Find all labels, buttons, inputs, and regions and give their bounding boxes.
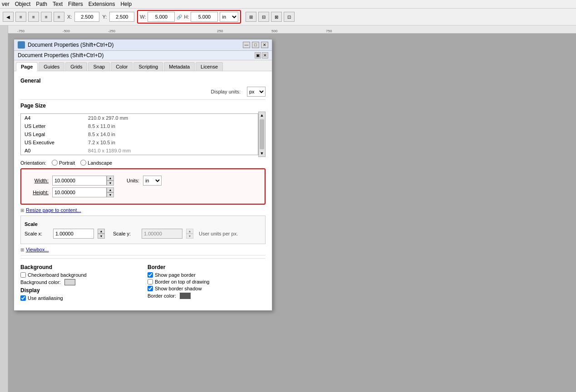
show-border-shadow-checkbox[interactable] xyxy=(148,286,153,291)
tab-scripting[interactable]: Scripting xyxy=(133,62,163,71)
tab-page[interactable]: Page xyxy=(16,62,38,71)
portrait-radio[interactable] xyxy=(52,160,58,166)
bg-section-label: Background xyxy=(20,264,138,270)
tool-btn-2[interactable]: ≡ xyxy=(15,12,26,22)
scroll-thumb xyxy=(260,119,264,149)
viewbox-label[interactable]: Viewbox... xyxy=(26,247,49,252)
page-size-uslegal[interactable]: US Legal 8.5 x 14.0 in xyxy=(21,130,258,138)
page-size-list[interactable]: A4 210.0 x 297.0 mm US Letter 8.5 x 11.0… xyxy=(20,113,258,155)
show-page-border-row[interactable]: Show page border xyxy=(148,272,266,278)
scale-x-up[interactable]: ▲ xyxy=(98,229,105,234)
align-btn-2[interactable]: ⊟ xyxy=(258,12,269,22)
units-select[interactable]: in px mm cm xyxy=(143,176,162,186)
w-input[interactable] xyxy=(148,12,175,22)
menu-help[interactable]: Help xyxy=(120,1,132,7)
scale-label: Scale xyxy=(25,221,261,227)
tool-btn-3[interactable]: ≡ xyxy=(28,12,39,22)
tool-btn-1[interactable]: ◀ xyxy=(3,12,14,22)
h-input[interactable] xyxy=(191,12,218,22)
dialog-restore[interactable]: □ xyxy=(252,42,259,48)
menu-filters[interactable]: Filters xyxy=(68,1,83,7)
width-spin-up[interactable]: ▲ xyxy=(107,176,114,181)
viewbox-row[interactable]: ⊞ Viewbox... xyxy=(20,247,266,252)
height-spin-up[interactable]: ▲ xyxy=(107,187,114,192)
page-size-a4[interactable]: A4 210.0 x 297.0 mm xyxy=(21,114,258,122)
width-input[interactable] xyxy=(52,176,107,186)
tab-guides[interactable]: Guides xyxy=(39,62,64,71)
page-size-usletter[interactable]: US Letter 8.5 x 11.0 in xyxy=(21,122,258,130)
antialiasing-checkbox[interactable] xyxy=(20,295,26,301)
border-on-top-row[interactable]: Border on top of drawing xyxy=(148,279,266,284)
menu-path[interactable]: Path xyxy=(36,1,47,7)
dialog-close[interactable]: ✕ xyxy=(261,42,268,48)
checkerboard-row[interactable]: Checkerboard background xyxy=(20,272,138,278)
portrait-option[interactable]: Portrait xyxy=(52,160,75,166)
width-spin: ▲ ▼ xyxy=(107,176,114,186)
align-btn-1[interactable]: ⊞ xyxy=(246,12,256,22)
display-units-select[interactable]: px in mm xyxy=(247,87,266,97)
subtitle-ctrl-2[interactable]: ✕ xyxy=(262,52,268,59)
menu-extensions[interactable]: Extensions xyxy=(89,1,115,7)
bg-color-swatch[interactable] xyxy=(64,279,75,285)
landscape-option[interactable]: Landscape xyxy=(80,160,112,166)
h-label: H: xyxy=(184,14,189,20)
landscape-radio[interactable] xyxy=(80,160,86,166)
scroll-up[interactable]: ▲ xyxy=(259,112,265,118)
tab-license[interactable]: License xyxy=(196,62,223,71)
page-size-usletter-dims: 8.5 x 11.0 in xyxy=(88,123,115,129)
expand-icon: ⊞ xyxy=(20,208,24,213)
page-size-a0-dims: 841.0 x 1189.0 mm xyxy=(88,148,131,153)
page-size-a0-name: A0 xyxy=(25,148,70,153)
subtitle-ctrl-1[interactable]: ▣ xyxy=(255,52,261,59)
tab-grids[interactable]: Grids xyxy=(65,62,87,71)
show-border-shadow-row[interactable]: Show border shadow xyxy=(148,286,266,291)
align-btn-3[interactable]: ⊠ xyxy=(271,12,282,22)
portrait-label: Portrait xyxy=(59,160,75,166)
ruler-horizontal: -750 -500 -250 250 500 750 xyxy=(8,25,576,34)
tool-btn-5[interactable]: ≡ xyxy=(54,12,64,22)
page-size-usexecutive-name: US Executive xyxy=(25,140,70,145)
border-on-top-label: Border on top of drawing xyxy=(155,279,209,284)
dialog-subtitle-text: Document Properties (Shift+Ctrl+D) xyxy=(18,52,103,59)
resize-page-row[interactable]: ⊞ Resize page to content... xyxy=(20,207,266,213)
dialog-controls: — □ ✕ xyxy=(243,42,268,48)
scale-x-row: Scale x: ▲ ▼ Scale y: ▲ ▼ User units per… xyxy=(25,229,261,239)
resize-page-label[interactable]: Resize page to content... xyxy=(26,207,81,213)
checkerboard-checkbox[interactable] xyxy=(20,272,26,278)
width-spin-down[interactable]: ▼ xyxy=(107,181,114,186)
tool-btn-4[interactable]: ≡ xyxy=(41,12,52,22)
page-size-usexecutive[interactable]: US Executive 7.2 x 10.5 in xyxy=(21,138,258,147)
dialog-icon xyxy=(18,41,25,49)
menu-ver[interactable]: ver xyxy=(2,1,10,7)
menu-text[interactable]: Text xyxy=(53,1,63,7)
tab-color[interactable]: Color xyxy=(111,62,133,71)
tab-metadata[interactable]: Metadata xyxy=(164,62,195,71)
page-size-usexecutive-dims: 7.2 x 10.5 in xyxy=(88,140,115,145)
height-spin-down[interactable]: ▼ xyxy=(107,192,114,197)
page-size-a4-dims: 210.0 x 297.0 mm xyxy=(88,115,128,121)
page-size-scrollbar[interactable]: ▲ ▼ xyxy=(258,112,266,157)
border-on-top-checkbox[interactable] xyxy=(148,279,153,284)
y-input[interactable] xyxy=(109,12,134,22)
border-color-swatch[interactable] xyxy=(180,293,191,299)
menu-object[interactable]: Object xyxy=(15,1,31,7)
antialiasing-row[interactable]: Use antialiasing xyxy=(20,295,138,301)
tab-snap[interactable]: Snap xyxy=(88,62,110,71)
show-page-border-checkbox[interactable] xyxy=(148,272,153,278)
height-label-underline: Height: xyxy=(33,190,49,195)
scroll-down[interactable]: ▼ xyxy=(259,150,265,157)
ruler-row: -750 -500 -250 250 500 750 xyxy=(0,25,576,34)
scale-x-down[interactable]: ▼ xyxy=(98,234,105,239)
checkerboard-label: Checkerboard background xyxy=(28,272,87,278)
x-input[interactable] xyxy=(74,12,99,22)
wh-unit-select[interactable]: in px mm cm xyxy=(220,12,238,22)
height-input[interactable] xyxy=(52,187,107,197)
page-size-a0[interactable]: A0 841.0 x 1189.0 mm xyxy=(21,147,258,155)
dialog-content: General Display units: px in mm Page Siz… xyxy=(14,71,272,310)
align-btn-4[interactable]: ⊡ xyxy=(284,12,295,22)
dialog-minimize[interactable]: — xyxy=(243,42,250,48)
border-color-row: Border color: xyxy=(148,293,266,299)
border-section-label: Border xyxy=(148,264,266,270)
lock-icon: 🔗 xyxy=(177,15,182,20)
scale-x-input[interactable] xyxy=(53,229,94,239)
